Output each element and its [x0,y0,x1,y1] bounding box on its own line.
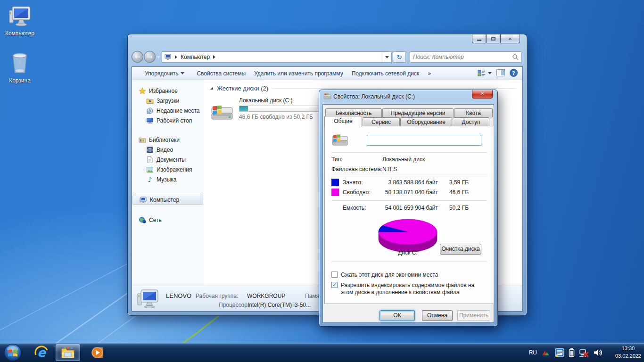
sidebar-item-recent-places[interactable]: Недавние места [132,106,204,115]
free-bytes: 50 138 071 040 байт [377,189,438,196]
tray-clock[interactable]: 13:30 03.02.2022 [615,345,641,360]
tab-hardware[interactable]: Оборудование [400,117,452,126]
dialog-title: Свойства: Локальный диск (C:) [333,93,415,100]
minimize-button[interactable] [472,34,486,43]
drive-properties-icon [323,93,331,100]
breadcrumb[interactable]: Компьютер [181,54,210,60]
sidebar-item-music[interactable]: ♪ Музыка [132,174,204,184]
volume-icon[interactable] [593,348,603,357]
system-tray: RU [529,343,603,362]
ok-button[interactable]: ОК [380,310,415,321]
sidebar-item-pictures[interactable]: Изображения [132,165,204,174]
system-properties-button[interactable]: Свойства системы [192,68,250,79]
network-status-icon[interactable] [579,348,589,357]
sidebar-item-favorites[interactable]: Избранное [132,86,204,96]
desktop-icon [146,117,154,124]
separator [331,262,487,263]
window-caption-buttons: ✕ [472,34,520,43]
refresh-button[interactable]: ↻ [393,51,406,63]
address-dropdown-button[interactable] [382,52,391,62]
taskbar-button-explorer[interactable] [56,344,80,361]
tray-keyboard-icon[interactable] [555,348,564,357]
start-button[interactable] [4,344,22,362]
tray-app-icon[interactable] [541,348,551,357]
organize-button[interactable]: Упорядочить [140,68,189,79]
map-network-drive-button[interactable]: Подключить сетевой диск [347,68,423,79]
libraries-icon [139,136,146,144]
breadcrumb-arrow [175,55,177,59]
language-indicator[interactable]: RU [529,349,537,356]
general-tab-page: Тип: Локальный диск Файловая система: NT… [324,126,494,304]
nav-history-dropdown[interactable] [157,56,160,58]
back-button[interactable]: ← [132,51,143,63]
computer-icon [164,53,172,61]
taskbar-button-internet-explorer[interactable]: e [29,344,54,361]
desktop-icon-recycle-bin[interactable]: Корзина [0,51,40,84]
compress-checkbox[interactable] [331,272,338,278]
type-label: Тип: [331,156,342,163]
index-checkbox[interactable]: ✓ [331,282,338,288]
help-button[interactable]: ? [510,69,518,78]
computer-name: LENOVO [166,292,191,299]
disk-cleanup-button[interactable]: Очистка диска [440,244,481,255]
sidebar-item-computer[interactable]: Компьютер [132,195,203,205]
command-toolbar: Упорядочить Свойства системы Удалить или… [132,67,522,80]
downloads-folder-icon [146,97,154,105]
toolbar-overflow-button[interactable]: » [423,68,435,79]
document-icon [146,156,154,164]
search-box[interactable] [410,51,522,63]
recent-places-icon [146,107,154,115]
hard-drive-icon [331,133,348,148]
type-value: Локальный диск [382,156,425,163]
workgroup-value: WORKGROUP [247,293,285,299]
used-label: Занято: [343,179,363,186]
pie-caption: Диск C: [384,249,431,256]
tab-general[interactable]: Общие [324,116,362,127]
recycle-bin-icon [8,51,32,75]
clock-time: 13:30 [615,345,641,352]
help-icon: ? [510,69,518,77]
tab-quota[interactable]: Квота [454,108,493,117]
search-input[interactable] [413,54,512,60]
tab-tools[interactable]: Сервис [363,117,400,126]
tab-sharing[interactable]: Доступ [453,117,489,126]
close-button[interactable]: ✕ [500,34,520,43]
dialog-close-button[interactable]: ✕ [472,90,493,99]
maximize-button[interactable] [486,34,500,43]
preview-pane-button[interactable] [496,69,505,78]
used-bytes: 3 863 588 864 байт [377,179,438,186]
breadcrumb-arrow[interactable] [213,55,215,59]
separator [331,152,487,153]
computer-icon [137,288,159,310]
internet-explorer-icon: e [34,346,49,360]
hard-drive-icon [210,104,233,123]
battery-icon[interactable] [569,348,575,357]
taskbar-button-media-player[interactable] [86,344,110,361]
desktop-icon-label: Корзина [0,77,40,84]
sidebar-item-libraries[interactable]: Библиотеки [132,135,204,145]
search-icon [512,54,519,60]
drive-free-space: 46,6 ГБ свободно из 50,2 ГБ [239,114,313,120]
chevron-down-icon [181,72,184,74]
sidebar-item-documents[interactable]: Документы [132,155,204,165]
properties-dialog: Свойства: Локальный диск (C:) ✕ Безопасн… [319,90,498,327]
sidebar-item-video[interactable]: Видео [132,145,204,155]
apply-button: Применить [457,310,490,321]
cpu-label: Процессор: [219,302,249,308]
sidebar-item-desktop[interactable]: Рабочий стол [132,115,204,125]
volume-label-input[interactable] [367,135,481,146]
chevron-down-icon [488,72,492,74]
uninstall-program-button[interactable]: Удалить или изменить программу [250,68,347,79]
film-icon [146,146,154,154]
disk-usage-pie-chart [370,214,446,252]
forward-button[interactable]: → [144,51,156,63]
sidebar-item-downloads[interactable]: Загрузки [132,96,204,106]
sidebar-item-network[interactable]: Сеть [132,215,204,225]
address-bar[interactable]: Компьютер [162,51,392,63]
tab-previous-versions[interactable]: Предыдущие версии [382,108,454,117]
desktop-icon-computer[interactable]: Компьютер [0,4,40,37]
cancel-button[interactable]: Отмена [422,310,453,321]
group-expander-icon[interactable] [210,87,213,90]
navigation-pane: Избранное Загрузки Недавние места Рабочи… [132,80,204,286]
change-view-button[interactable] [478,70,492,77]
